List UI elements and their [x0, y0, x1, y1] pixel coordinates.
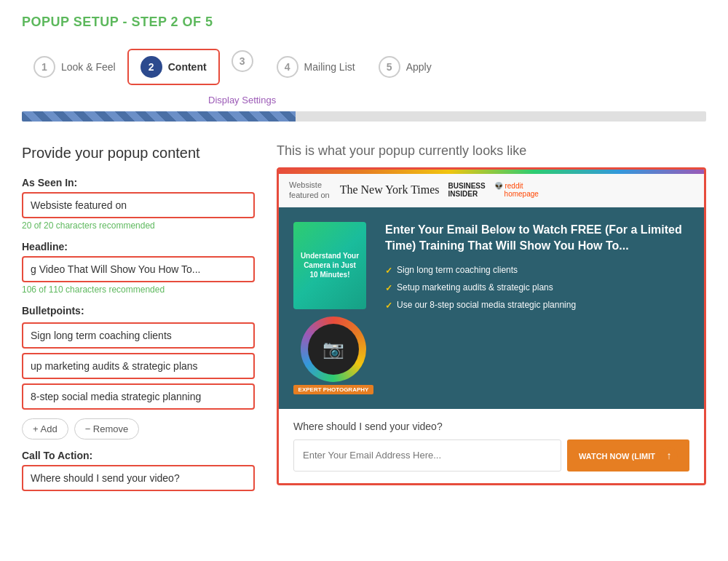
- book-cover-text: Understand Your Camera in Just 10 Minute…: [299, 251, 360, 279]
- bullet-check-icon-1: ✓: [385, 265, 392, 277]
- camera-icon: 📷: [323, 339, 344, 359]
- popup-bullets: ✓ Sign long term coaching clients ✓ Setu…: [385, 264, 689, 311]
- popup-email-input[interactable]: [293, 439, 561, 472]
- camera-area: 📷 EXPERT PHOTOGRAPHY: [293, 317, 373, 394]
- step-4[interactable]: 4 Mailing List: [265, 50, 367, 84]
- headline-label: Headline:: [22, 241, 255, 252]
- left-panel-heading: Provide your popup content: [22, 143, 255, 162]
- step-2-circle: 2: [141, 56, 162, 78]
- step-3[interactable]: 3 Display Settings: [220, 44, 265, 89]
- popup-bullet-2-text: Setup marketing audits & strategic plans: [397, 282, 553, 294]
- popup-book-image: Understand Your Camera in Just 10 Minute…: [293, 222, 373, 394]
- step-4-label: Mailing List: [304, 61, 355, 73]
- popup-cta-label: Where should I send your video?: [293, 421, 689, 432]
- headline-input[interactable]: [22, 256, 255, 282]
- as-seen-input[interactable]: [22, 192, 255, 218]
- book-cover: Understand Your Camera in Just 10 Minute…: [293, 222, 366, 309]
- popup-bullet-1-text: Sign long term coaching clients: [397, 264, 518, 276]
- headline-field-group: Headline: 106 of 110 characters recommen…: [22, 241, 255, 295]
- popup-bullet-3: ✓ Use our 8-step social media strategic …: [385, 299, 689, 312]
- cta-label: Call To Action:: [22, 450, 255, 461]
- bullet-action-buttons: + Add − Remove: [22, 418, 255, 439]
- camera-circle: 📷: [301, 317, 366, 382]
- step-1[interactable]: 1 Look & Feel: [22, 50, 127, 84]
- popup-bullet-1: ✓ Sign long term coaching clients: [385, 264, 689, 277]
- cta-field-group: Call To Action:: [22, 450, 255, 491]
- remove-bullet-button[interactable]: − Remove: [74, 418, 140, 439]
- step-1-circle: 1: [33, 56, 55, 78]
- bulletpoints-label: Bulletpoints:: [22, 305, 255, 317]
- progress-bar: [22, 111, 706, 122]
- step-2[interactable]: 2 Content: [127, 49, 220, 85]
- as-seen-hint: 20 of 20 characters recommended: [22, 220, 255, 231]
- bullet-check-icon-3: ✓: [385, 300, 392, 312]
- add-bullet-button[interactable]: + Add: [22, 418, 68, 439]
- bullet-check-icon-2: ✓: [385, 282, 392, 295]
- logo-nyt: The New York Times: [340, 183, 440, 196]
- headline-hint: 106 of 110 characters recommended: [22, 285, 255, 295]
- book-badge: EXPERT PHOTOGRAPHY: [293, 385, 373, 394]
- bullet-input-2[interactable]: [22, 353, 255, 379]
- popup-as-seen-label: Websistefeatured on: [289, 180, 330, 201]
- logo-business-insider: BUSINESSINSIDER: [448, 182, 486, 198]
- popup-text-area: Enter Your Email Below to Watch FREE (Fo…: [385, 222, 689, 317]
- step-4-circle: 4: [277, 56, 298, 78]
- step-5-circle: 5: [379, 56, 400, 78]
- step-5-label: Apply: [406, 61, 432, 73]
- popup-bullet-3-text: Use our 8-step social media strategic pl…: [397, 299, 576, 311]
- popup-headline: Enter Your Email Below to Watch FREE (Fo…: [385, 222, 689, 255]
- right-panel: This is what your popup currently looks …: [277, 143, 706, 485]
- step-1-label: Look & Feel: [61, 61, 116, 73]
- popup-cta-form: WATCH NOW (LIMIT ↑: [293, 439, 689, 472]
- left-panel: Provide your popup content As Seen In: 2…: [22, 143, 255, 501]
- popup-preview: Websistefeatured on The New York Times B…: [277, 167, 706, 485]
- popup-as-seen-bar: Websistefeatured on The New York Times B…: [279, 174, 704, 207]
- bullet-input-3[interactable]: [22, 383, 255, 410]
- cta-input[interactable]: [22, 465, 255, 491]
- popup-main-area: Understand Your Camera in Just 10 Minute…: [279, 207, 704, 409]
- bullet-input-1[interactable]: [22, 322, 255, 349]
- page-title: POPUP SETUP - STEP 2 OF 5: [22, 15, 706, 30]
- logo-reddit: 👽 reddit homepage: [494, 182, 539, 198]
- popup-cta-area: Where should I send your video? WATCH NO…: [279, 409, 704, 483]
- as-seen-label: As Seen In:: [22, 177, 255, 188]
- popup-logos: The New York Times BUSINESSINSIDER 👽 red…: [340, 182, 539, 198]
- progress-fill: [22, 111, 296, 122]
- bulletpoints-section: Bulletpoints: + Add − Remove: [22, 305, 255, 439]
- step-3-sublabel: Display Settings: [208, 95, 276, 106]
- right-panel-heading: This is what your popup currently looks …: [277, 143, 706, 159]
- steps-bar: 1 Look & Feel 2 Content 3 Display Settin…: [22, 44, 706, 89]
- scroll-up-icon: ↑: [660, 447, 678, 464]
- popup-bullet-2: ✓ Setup marketing audits & strategic pla…: [385, 282, 689, 295]
- step-2-label: Content: [168, 61, 207, 73]
- as-seen-field-group: As Seen In: 20 of 20 characters recommen…: [22, 177, 255, 231]
- popup-cta-button[interactable]: WATCH NOW (LIMIT ↑: [567, 439, 689, 472]
- camera-inner: 📷: [308, 324, 359, 375]
- main-content: Provide your popup content As Seen In: 2…: [22, 143, 706, 501]
- step-5[interactable]: 5 Apply: [367, 50, 443, 84]
- step-3-circle: 3: [232, 50, 253, 72]
